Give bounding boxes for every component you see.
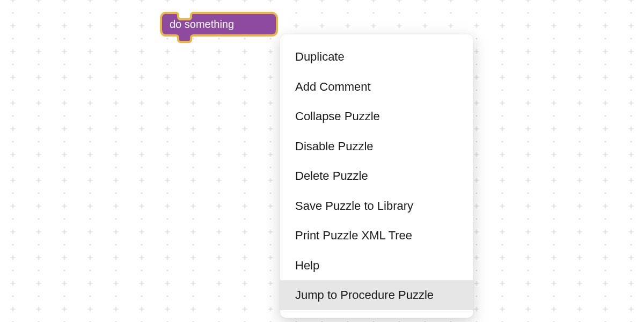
block-shape xyxy=(161,13,277,42)
menu-item-print-puzzle-xml-tree[interactable]: Print Puzzle XML Tree xyxy=(280,221,473,251)
procedure-call-block[interactable]: do something xyxy=(160,12,279,45)
menu-item-collapse-puzzle[interactable]: Collapse Puzzle xyxy=(280,101,473,131)
workspace-canvas[interactable]: do something DuplicateAdd CommentCollaps… xyxy=(0,0,644,322)
menu-item-jump-to-procedure-puzzle[interactable]: Jump to Procedure Puzzle xyxy=(280,280,473,310)
context-menu: DuplicateAdd CommentCollapse PuzzleDisab… xyxy=(280,34,473,318)
menu-item-disable-puzzle[interactable]: Disable Puzzle xyxy=(280,131,473,162)
menu-item-add-comment[interactable]: Add Comment xyxy=(280,72,473,102)
menu-item-help[interactable]: Help xyxy=(280,251,473,281)
menu-item-duplicate[interactable]: Duplicate xyxy=(280,42,473,72)
menu-item-save-puzzle-to-library[interactable]: Save Puzzle to Library xyxy=(280,191,473,221)
menu-item-delete-puzzle[interactable]: Delete Puzzle xyxy=(280,161,473,191)
